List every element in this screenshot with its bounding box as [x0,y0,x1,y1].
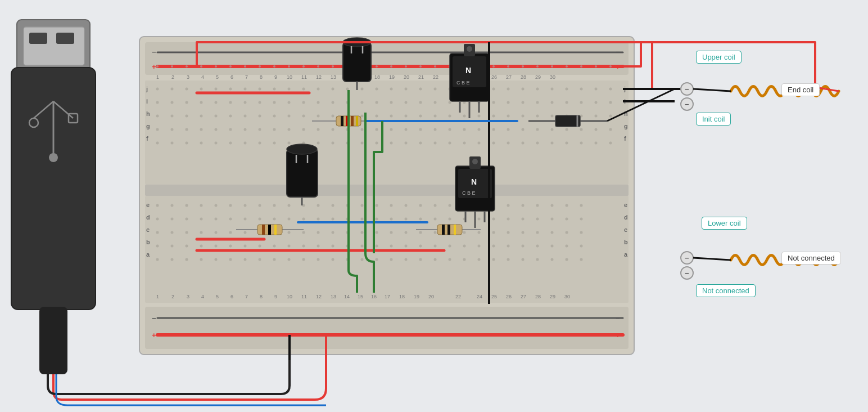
svg-text:12: 12 [316,74,322,80]
svg-point-432 [522,65,524,68]
svg-text:20: 20 [404,74,409,80]
svg-point-269 [332,204,334,207]
svg-point-144 [376,101,378,104]
svg-point-347 [156,245,159,248]
svg-point-242 [405,142,408,145]
svg-point-395 [419,258,422,261]
svg-point-203 [302,128,305,131]
svg-point-385 [273,258,276,261]
svg-text:30: 30 [564,294,570,299]
svg-text:9: 9 [274,294,277,299]
svg-point-251 [536,142,539,145]
svg-point-389 [332,258,334,261]
svg-text:h: h [146,110,150,117]
svg-point-194 [171,128,174,131]
not-connected-label-1: Not connected [781,252,841,265]
svg-text:C  B  E: C B E [462,190,476,196]
svg-point-121 [507,88,510,91]
svg-rect-15 [145,307,629,349]
svg-point-264 [259,204,261,207]
svg-point-387 [302,258,305,261]
svg-text:2: 2 [171,74,174,80]
svg-point-237 [332,142,334,145]
svg-point-185 [507,115,510,118]
svg-point-374 [551,245,554,248]
svg-text:f: f [624,135,626,142]
svg-text:7: 7 [245,74,248,80]
svg-point-283 [536,204,539,207]
svg-text:29: 29 [550,294,555,299]
svg-point-223 [595,128,598,131]
svg-point-243 [419,142,422,145]
svg-point-379 [186,258,188,261]
svg-point-147 [419,101,422,104]
svg-text:i: i [146,98,148,105]
svg-point-250 [522,142,525,145]
svg-point-296 [288,218,291,221]
svg-point-195 [186,128,188,131]
svg-point-186 [522,115,525,118]
svg-rect-439 [343,42,371,82]
svg-point-378 [171,258,174,261]
svg-point-355 [273,245,276,248]
svg-point-202 [288,128,291,131]
svg-point-210 [405,128,408,131]
svg-point-277 [449,204,451,207]
init-coil-label: Init coil [696,113,731,126]
svg-text:5: 5 [216,294,219,299]
svg-point-418 [317,65,319,68]
svg-point-136 [259,101,261,104]
svg-point-368 [463,245,466,248]
svg-text:−: − [616,314,620,323]
svg-point-364 [405,245,408,248]
svg-point-367 [449,245,451,248]
svg-point-218 [522,128,525,131]
svg-point-348 [171,245,174,248]
svg-point-101 [215,88,218,91]
svg-point-437 [595,65,597,68]
svg-text:f: f [146,135,148,142]
svg-point-366 [434,245,437,248]
svg-point-381 [215,258,218,261]
svg-point-212 [434,128,437,131]
svg-point-412 [229,65,232,68]
svg-point-315 [566,218,568,221]
svg-point-394 [405,258,408,261]
svg-text:30: 30 [550,74,555,80]
svg-text:13: 13 [331,294,336,299]
svg-text:+: + [616,62,620,71]
svg-point-128 [609,88,612,91]
svg-text:−: − [685,85,689,93]
svg-point-407 [156,65,159,68]
svg-point-193 [156,128,159,131]
svg-point-339 [478,231,481,234]
svg-point-284 [551,204,554,207]
svg-text:−: − [685,269,689,277]
svg-point-288 [171,218,174,221]
svg-point-167 [244,115,247,118]
svg-point-204 [317,128,320,131]
svg-point-272 [376,204,378,207]
svg-point-335 [419,231,422,234]
svg-text:20: 20 [428,294,434,299]
svg-point-164 [200,115,203,118]
svg-text:6: 6 [230,294,233,299]
svg-text:13: 13 [331,74,336,80]
svg-point-430 [492,65,495,68]
svg-text:1: 1 [156,74,159,80]
svg-point-263 [244,204,247,207]
svg-point-182 [463,115,466,118]
svg-text:6: 6 [230,74,233,80]
svg-point-417 [302,65,305,68]
svg-text:18: 18 [374,74,380,80]
svg-point-382 [229,258,232,261]
svg-text:a: a [146,251,150,258]
svg-point-436 [580,65,582,68]
svg-text:b: b [624,239,628,245]
svg-point-137 [273,101,276,104]
svg-point-320 [200,231,203,234]
svg-point-327 [302,231,305,234]
svg-point-162 [171,115,174,118]
svg-rect-12 [39,307,67,374]
svg-point-388 [317,258,320,261]
